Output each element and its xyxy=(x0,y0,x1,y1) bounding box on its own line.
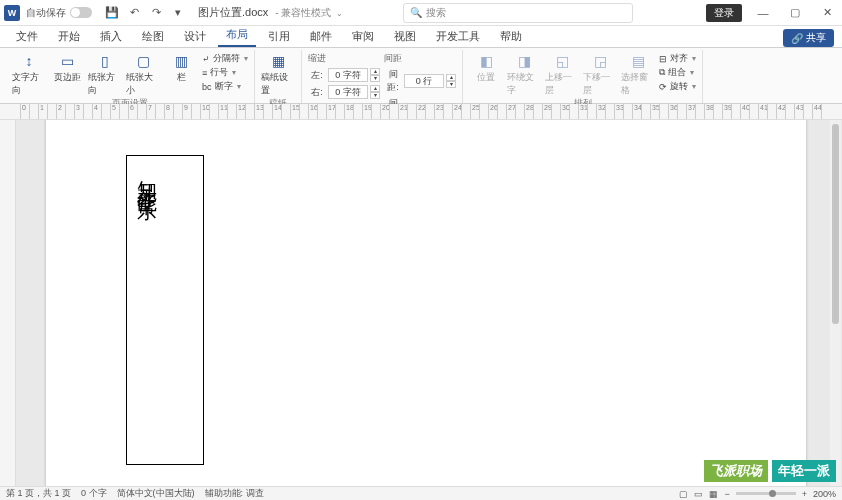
quick-access-toolbar: 💾 ↶ ↷ ▾ xyxy=(104,5,186,21)
horizontal-ruler[interactable]: 0123456789101112131415161718192021222324… xyxy=(0,104,842,120)
share-button[interactable]: 🔗 共享 xyxy=(783,29,834,47)
spinner-up-icon[interactable]: ▴ xyxy=(446,74,456,81)
tab-draw[interactable]: 绘图 xyxy=(134,26,172,47)
wrap-text-button[interactable]: ◨环绕文字 xyxy=(507,52,541,97)
search-placeholder: 搜索 xyxy=(426,6,446,20)
document-canvas[interactable]: 知足才能常乐 xyxy=(16,120,842,486)
bring-forward-button[interactable]: ◱上移一层 xyxy=(545,52,579,97)
page[interactable]: 知足才能常乐 xyxy=(46,120,806,486)
hyphenation-icon: bc xyxy=(202,82,212,92)
title-dropdown-icon[interactable]: ⌄ xyxy=(336,9,343,18)
view-read-mode-icon[interactable]: ▭ xyxy=(694,489,703,499)
tab-home[interactable]: 开始 xyxy=(50,26,88,47)
spinner-down-icon[interactable]: ▾ xyxy=(370,75,380,82)
zoom-slider[interactable] xyxy=(736,492,796,495)
selection-pane-button[interactable]: ▤选择窗格 xyxy=(621,52,655,97)
send-backward-button[interactable]: ◲下移一层 xyxy=(583,52,617,97)
watermark: 飞派职场 年轻一派 xyxy=(704,460,836,482)
view-print-layout-icon[interactable]: ▢ xyxy=(679,489,688,499)
tab-mailings[interactable]: 邮件 xyxy=(302,26,340,47)
manuscript-settings-button[interactable]: ▦稿纸设置 xyxy=(261,52,295,97)
vertical-text-content: 知足才能常乐 xyxy=(131,164,163,188)
align-button[interactable]: ⊟对齐▾ xyxy=(659,52,696,65)
search-input[interactable]: 🔍 搜索 xyxy=(403,3,633,23)
vertical-ruler[interactable] xyxy=(0,120,16,486)
autosave-toggle[interactable]: 自动保存 xyxy=(26,6,96,20)
group-page-setup: ↕文字方向 ▭页边距 ▯纸张方向 ▢纸张大小 ▥栏 ⤶分隔符▾ ≡行号▾ bc断… xyxy=(6,50,255,103)
align-icon: ⊟ xyxy=(659,54,667,64)
scrollbar-thumb[interactable] xyxy=(832,124,839,324)
ribbon: ↕文字方向 ▭页边距 ▯纸张方向 ▢纸张大小 ▥栏 ⤶分隔符▾ ≡行号▾ bc断… xyxy=(0,48,842,104)
tab-references[interactable]: 引用 xyxy=(260,26,298,47)
spinner-up-icon[interactable]: ▴ xyxy=(370,68,380,75)
position-icon: ◧ xyxy=(477,52,495,70)
indent-right-field[interactable]: 右: 0 字符 ▴▾ xyxy=(308,85,380,99)
orientation-icon: ▯ xyxy=(96,52,114,70)
minimize-icon[interactable]: — xyxy=(752,2,774,24)
word-app-icon: W xyxy=(4,5,20,21)
zoom-out-icon[interactable]: − xyxy=(724,489,729,499)
vertical-scrollbar[interactable] xyxy=(830,120,841,486)
wrap-icon: ◨ xyxy=(515,52,533,70)
maximize-icon[interactable]: ▢ xyxy=(784,2,806,24)
spinner-down-icon[interactable]: ▾ xyxy=(446,81,456,88)
size-button[interactable]: ▢纸张大小 xyxy=(126,52,160,97)
search-icon: 🔍 xyxy=(410,7,422,18)
line-numbers-button[interactable]: ≡行号▾ xyxy=(202,66,248,79)
text-direction-icon: ↕ xyxy=(20,52,38,70)
watermark-part2: 年轻一派 xyxy=(772,460,836,482)
margins-icon: ▭ xyxy=(58,52,76,70)
status-word-count[interactable]: 0 个字 xyxy=(81,487,107,500)
backward-icon: ◲ xyxy=(591,52,609,70)
breaks-icon: ⤶ xyxy=(202,54,210,64)
rotate-icon: ⟳ xyxy=(659,82,667,92)
breaks-button[interactable]: ⤶分隔符▾ xyxy=(202,52,248,65)
group-button[interactable]: ⧉组合▾ xyxy=(659,66,696,79)
manuscript-icon: ▦ xyxy=(269,52,287,70)
columns-button[interactable]: ▥栏 xyxy=(164,52,198,84)
qat-dropdown-icon[interactable]: ▾ xyxy=(170,5,186,21)
text-box[interactable]: 知足才能常乐 xyxy=(126,155,204,465)
save-icon[interactable]: 💾 xyxy=(104,5,120,21)
close-icon[interactable]: ✕ xyxy=(816,2,838,24)
ribbon-tabs: 文件 开始 插入 绘图 设计 布局 引用 邮件 审阅 视图 开发工具 帮助 🔗 … xyxy=(0,26,842,48)
status-accessibility[interactable]: 辅助功能: 调查 xyxy=(205,487,264,500)
tab-view[interactable]: 视图 xyxy=(386,26,424,47)
position-button[interactable]: ◧位置 xyxy=(469,52,503,84)
spinner-down-icon[interactable]: ▾ xyxy=(370,92,380,99)
margins-button[interactable]: ▭页边距 xyxy=(50,52,84,84)
zoom-in-icon[interactable]: + xyxy=(802,489,807,499)
group-arrange: ◧位置 ◨环绕文字 ◱上移一层 ◲下移一层 ▤选择窗格 ⊟对齐▾ ⧉组合▾ ⟳旋… xyxy=(463,50,703,103)
spinner-up-icon[interactable]: ▴ xyxy=(370,85,380,92)
group-icon: ⧉ xyxy=(659,67,665,78)
autosave-label: 自动保存 xyxy=(26,6,66,20)
tab-design[interactable]: 设计 xyxy=(176,26,214,47)
hyphenation-button[interactable]: bc断字▾ xyxy=(202,80,248,93)
indent-left-field[interactable]: 左: 0 字符 ▴▾ xyxy=(308,68,380,82)
status-page[interactable]: 第 1 页，共 1 页 xyxy=(6,487,71,500)
status-language[interactable]: 简体中文(中国大陆) xyxy=(117,487,195,500)
title-bar: W 自动保存 💾 ↶ ↷ ▾ 图片位置.docx - 兼容性模式 ⌄ 🔍 搜索 … xyxy=(0,0,842,26)
group-manuscript: ▦稿纸设置 稿纸 xyxy=(255,50,302,103)
tab-review[interactable]: 审阅 xyxy=(344,26,382,47)
line-numbers-icon: ≡ xyxy=(202,68,207,78)
view-web-layout-icon[interactable]: ▦ xyxy=(709,489,718,499)
share-icon: 🔗 xyxy=(791,33,803,44)
watermark-part1: 飞派职场 xyxy=(704,460,768,482)
tab-insert[interactable]: 插入 xyxy=(92,26,130,47)
tab-layout[interactable]: 布局 xyxy=(218,24,256,47)
tab-help[interactable]: 帮助 xyxy=(492,26,530,47)
redo-icon[interactable]: ↷ xyxy=(148,5,164,21)
columns-icon: ▥ xyxy=(172,52,190,70)
toggle-switch-icon[interactable] xyxy=(70,7,92,18)
spacing-before-field[interactable]: 间距: 0 行 ▴▾ xyxy=(384,68,456,94)
orientation-button[interactable]: ▯纸张方向 xyxy=(88,52,122,97)
undo-icon[interactable]: ↶ xyxy=(126,5,142,21)
zoom-level[interactable]: 200% xyxy=(813,489,836,499)
login-button[interactable]: 登录 xyxy=(706,4,742,22)
selection-pane-icon: ▤ xyxy=(629,52,647,70)
tab-developer[interactable]: 开发工具 xyxy=(428,26,488,47)
text-direction-button[interactable]: ↕文字方向 xyxy=(12,52,46,97)
tab-file[interactable]: 文件 xyxy=(8,26,46,47)
rotate-button[interactable]: ⟳旋转▾ xyxy=(659,80,696,93)
